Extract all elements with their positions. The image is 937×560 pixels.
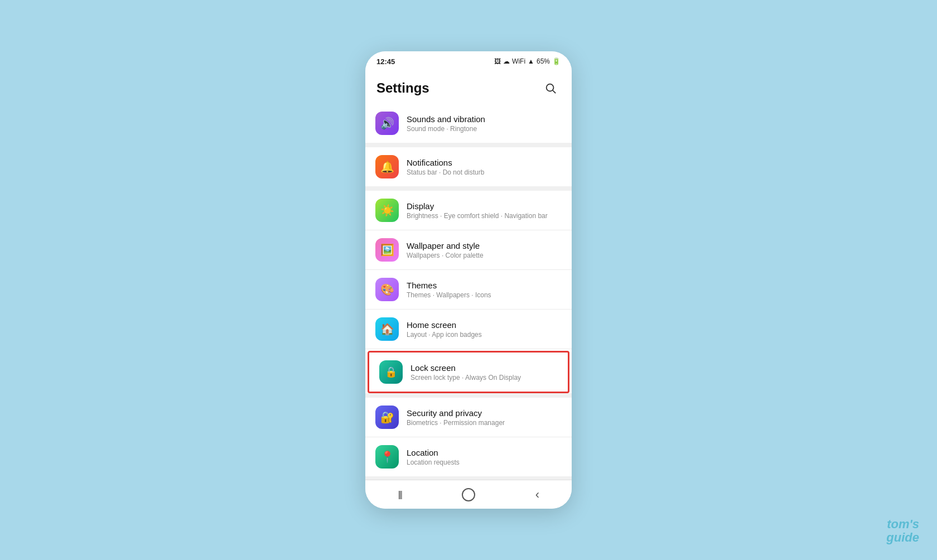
- battery-text: 65%: [537, 57, 550, 65]
- home-icon: [462, 488, 475, 501]
- recent-apps-button[interactable]: |||: [387, 485, 413, 505]
- settings-group-display: ☀️ Display Brightness · Eye comfort shie…: [365, 191, 572, 393]
- status-bar: 12:45 🖼 ☁ WiFi ▲ 65% 🔋: [365, 51, 572, 71]
- status-time: 12:45: [376, 57, 395, 66]
- wallpaper-subtitle: Wallpapers · Color palette: [407, 252, 562, 259]
- themes-subtitle: Themes · Wallpapers · Icons: [407, 291, 562, 299]
- cloud-icon: ☁: [503, 57, 510, 65]
- list-item[interactable]: 🔊 Sounds and vibration Sound mode · Ring…: [365, 104, 572, 143]
- security-privacy-subtitle: Biometrics · Permission manager: [407, 419, 562, 427]
- settings-group-security: 🔐 Security and privacy Biometrics · Perm…: [365, 398, 572, 476]
- settings-header: Settings: [365, 71, 572, 104]
- wifi-icon: WiFi: [512, 57, 525, 65]
- toms-guide-watermark: tom's guide: [886, 518, 919, 544]
- notifications-text: Notifications Status bar · Do not distur…: [407, 158, 562, 176]
- wallpaper-icon: 🖼️: [375, 238, 399, 262]
- display-title: Display: [407, 201, 562, 211]
- security-privacy-title: Security and privacy: [407, 408, 562, 418]
- location-title: Location: [407, 448, 562, 457]
- signal-icon: ▲: [528, 57, 534, 65]
- search-icon: [544, 82, 557, 94]
- display-subtitle: Brightness · Eye comfort shield · Naviga…: [407, 212, 562, 220]
- list-item[interactable]: ☀️ Display Brightness · Eye comfort shie…: [365, 191, 572, 230]
- home-screen-title: Home screen: [407, 320, 562, 330]
- page-title: Settings: [376, 80, 429, 96]
- location-subtitle: Location requests: [407, 458, 562, 466]
- battery-icon: 🔋: [552, 57, 561, 65]
- lock-screen-title: Lock screen: [410, 363, 558, 373]
- security-privacy-text: Security and privacy Biometrics · Permis…: [407, 408, 562, 427]
- recent-apps-icon: |||: [398, 490, 401, 500]
- list-item[interactable]: 📍 Location Location requests: [365, 437, 572, 476]
- lock-screen-icon: 🔒: [379, 360, 403, 384]
- lock-screen-item[interactable]: 🔒 Lock screen Screen lock type · Always …: [368, 351, 569, 393]
- lock-screen-subtitle: Screen lock type · Always On Display: [410, 374, 558, 382]
- back-button[interactable]: ‹: [524, 485, 550, 505]
- list-item[interactable]: 🖼️ Wallpaper and style Wallpapers · Colo…: [365, 230, 572, 270]
- notifications-title: Notifications: [407, 158, 562, 167]
- wallpaper-text: Wallpaper and style Wallpapers · Color p…: [407, 241, 562, 259]
- location-text: Location Location requests: [407, 448, 562, 466]
- notifications-icon: 🔔: [375, 155, 399, 178]
- settings-group-sounds: 🔊 Sounds and vibration Sound mode · Ring…: [365, 104, 572, 143]
- security-privacy-icon: 🔐: [375, 405, 399, 429]
- list-item[interactable]: 🎨 Themes Themes · Wallpapers · Icons: [365, 270, 572, 310]
- home-screen-icon: 🏠: [375, 317, 399, 341]
- bottom-nav: ||| ‹: [365, 480, 572, 509]
- settings-content[interactable]: 🔊 Sounds and vibration Sound mode · Ring…: [365, 104, 572, 480]
- status-icons: 🖼 ☁ WiFi ▲ 65% 🔋: [494, 57, 561, 65]
- search-button[interactable]: [540, 78, 561, 98]
- sounds-vibration-text: Sounds and vibration Sound mode · Ringto…: [407, 114, 562, 133]
- home-screen-subtitle: Layout · App icon badges: [407, 331, 562, 339]
- settings-group-notifications: 🔔 Notifications Status bar · Do not dist…: [365, 147, 572, 186]
- phone-frame: 12:45 🖼 ☁ WiFi ▲ 65% 🔋 Settings 🔊: [365, 51, 572, 509]
- svg-line-1: [553, 90, 556, 93]
- lock-screen-text: Lock screen Screen lock type · Always On…: [410, 363, 558, 382]
- back-icon: ‹: [535, 487, 539, 502]
- themes-title: Themes: [407, 281, 562, 290]
- watermark-line2: guide: [886, 531, 919, 544]
- location-icon: 📍: [375, 445, 399, 469]
- list-item[interactable]: 🏠 Home screen Layout · App icon badges: [365, 310, 572, 349]
- display-text: Display Brightness · Eye comfort shield …: [407, 201, 562, 220]
- list-item[interactable]: 🔔 Notifications Status bar · Do not dist…: [365, 147, 572, 186]
- wallpaper-title: Wallpaper and style: [407, 241, 562, 250]
- notifications-subtitle: Status bar · Do not disturb: [407, 168, 562, 176]
- home-screen-text: Home screen Layout · App icon badges: [407, 320, 562, 339]
- display-icon: ☀️: [375, 199, 399, 222]
- sounds-vibration-icon: 🔊: [375, 112, 399, 135]
- svg-point-0: [547, 84, 554, 91]
- sounds-vibration-title: Sounds and vibration: [407, 114, 562, 124]
- sounds-vibration-subtitle: Sound mode · Ringtone: [407, 125, 562, 133]
- image-icon: 🖼: [494, 57, 501, 65]
- themes-icon: 🎨: [375, 278, 399, 301]
- watermark-line1: tom's: [886, 518, 919, 531]
- list-item[interactable]: 🔐 Security and privacy Biometrics · Perm…: [365, 398, 572, 437]
- home-button[interactable]: [455, 485, 482, 505]
- themes-text: Themes Themes · Wallpapers · Icons: [407, 281, 562, 299]
